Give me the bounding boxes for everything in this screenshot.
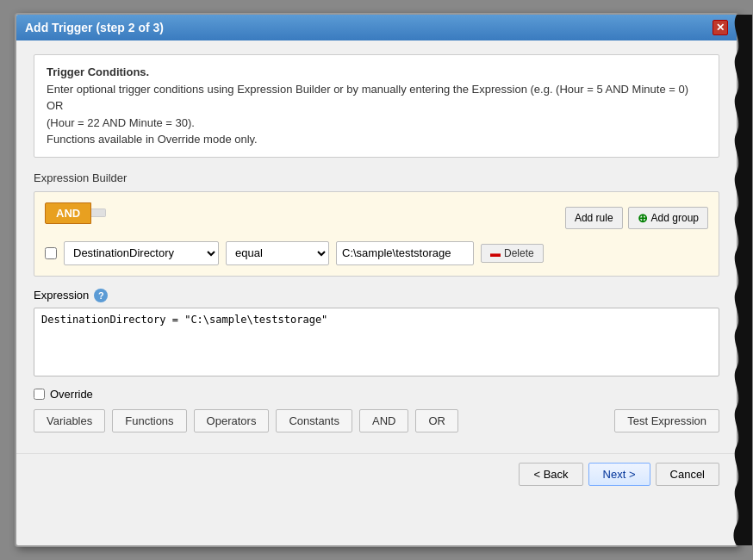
override-label: Override: [50, 388, 93, 401]
condition-checkbox[interactable]: [45, 247, 57, 259]
back-button[interactable]: < Back: [519, 463, 582, 486]
dialog-body: Trigger Conditions. Enter optional trigg…: [16, 40, 737, 446]
expression-buttons-row: Variables Functions Operators Constants …: [34, 409, 719, 432]
condition-row: DestinationDirectory Hour Minute SourceD…: [45, 241, 708, 265]
close-button[interactable]: ✕: [713, 20, 728, 35]
expression-builder-label: Expression Builder: [34, 171, 719, 184]
add-group-label: Add group: [651, 212, 699, 224]
add-rule-label: Add rule: [575, 212, 613, 224]
info-line1: Enter optional trigger conditions using …: [47, 81, 706, 115]
override-checkbox[interactable]: [34, 389, 45, 400]
info-line2: (Hour = 22 AND Minute = 30).: [47, 115, 706, 132]
expression-builder-area: AND Add rule ⊕ Add group: [34, 191, 719, 277]
expression-label-row: Expression ?: [34, 289, 719, 302]
override-row: Override: [34, 388, 719, 401]
functions-button[interactable]: Functions: [112, 409, 186, 432]
expression-textarea[interactable]: DestinationDirectory = "C:\sample\testst…: [34, 308, 719, 376]
or-toggle-button[interactable]: [91, 208, 106, 217]
test-expression-button[interactable]: Test Expression: [614, 409, 719, 432]
dialog-title: Add Trigger (step 2 of 3): [25, 21, 164, 34]
info-line3: Functions available in Override mode onl…: [47, 131, 706, 148]
field-select[interactable]: DestinationDirectory Hour Minute SourceD…: [64, 241, 219, 265]
condition-value-input[interactable]: [336, 241, 474, 265]
plus-icon: ⊕: [638, 211, 648, 225]
operators-button[interactable]: Operators: [194, 409, 270, 432]
constants-button[interactable]: Constants: [276, 409, 352, 432]
help-icon[interactable]: ?: [94, 289, 108, 302]
add-group-button[interactable]: ⊕ Add group: [628, 207, 708, 229]
next-button[interactable]: Next >: [588, 463, 650, 486]
builder-action-buttons: Add rule ⊕ Add group: [565, 207, 708, 229]
add-rule-button[interactable]: Add rule: [565, 207, 623, 229]
info-heading: Trigger Conditions.: [47, 65, 149, 78]
and-button[interactable]: AND: [45, 202, 91, 224]
add-trigger-dialog: Add Trigger (step 2 of 3) ✕ Trigger Cond…: [15, 13, 738, 547]
cancel-button[interactable]: Cancel: [656, 463, 719, 486]
or-expr-button[interactable]: OR: [415, 409, 458, 432]
and-expr-button[interactable]: AND: [359, 409, 408, 432]
expression-label: Expression: [34, 289, 89, 302]
delete-button[interactable]: ▬ Delete: [481, 244, 544, 263]
footer-buttons: < Back Next > Cancel: [16, 453, 737, 500]
info-box: Trigger Conditions. Enter optional trigg…: [34, 54, 719, 158]
dialog-title-bar: Add Trigger (step 2 of 3) ✕: [16, 15, 737, 40]
and-or-toggle: AND: [45, 202, 106, 224]
operator-select[interactable]: equal not equal contains starts with end…: [226, 241, 329, 265]
builder-top-row: AND Add rule ⊕ Add group: [45, 202, 708, 234]
variables-button[interactable]: Variables: [34, 409, 105, 432]
delete-label: Delete: [504, 247, 534, 259]
minus-icon: ▬: [490, 247, 501, 259]
